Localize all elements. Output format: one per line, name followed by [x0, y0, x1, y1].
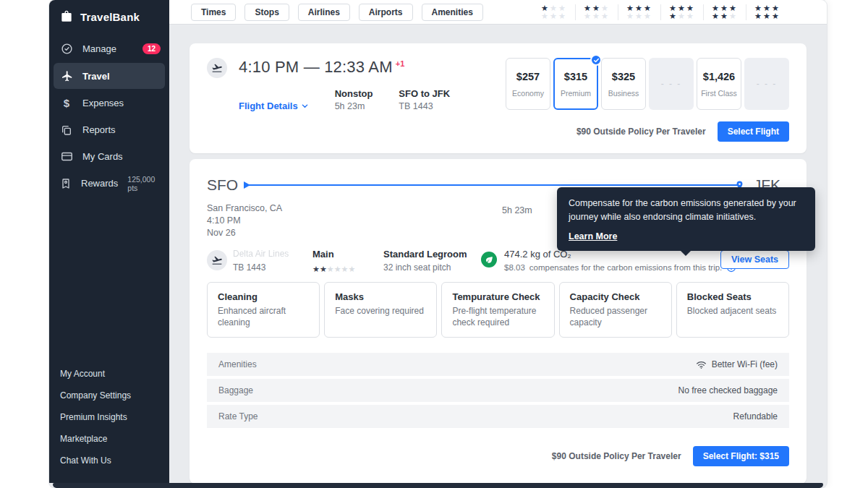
star-filter-6-stars[interactable]: ★★★★★★: [754, 4, 780, 20]
learn-more-link[interactable]: Learn More: [569, 231, 617, 241]
star-filter-2-stars[interactable]: ★★★★★★: [584, 4, 610, 20]
cabin-rating-stars: ★★★★★★: [312, 262, 355, 275]
star-icon: ★: [558, 4, 567, 12]
sidebar-item-chat-with-us[interactable]: Chat With Us: [60, 450, 158, 471]
sidebar-item-my-cards[interactable]: My Cards: [49, 143, 169, 170]
policy-note: $90 Outside Policy Per Traveler: [552, 451, 681, 461]
star-icon: ★: [341, 265, 349, 273]
star-icon: ★: [669, 4, 678, 12]
filter-chips: Times Stops Airlines Airports Amenities: [191, 4, 483, 21]
select-flight-price-button[interactable]: Select Flight: $315: [693, 446, 789, 466]
filter-amenities-button[interactable]: Amenities: [422, 4, 483, 21]
sidebar-item-label: My Cards: [82, 151, 123, 162]
filter-airports-button[interactable]: Airports: [359, 4, 413, 21]
star-filter-1-stars[interactable]: ★★★★★★: [541, 4, 567, 20]
sidebar-item-rewards[interactable]: Rewards 125,000 pts: [49, 170, 169, 197]
app-title: TravelBank: [80, 11, 140, 23]
flight-details-link[interactable]: Flight Details: [239, 100, 309, 111]
fare-unavailable: - - -: [649, 58, 694, 110]
star-icon: ★: [729, 4, 738, 12]
star-icon: ★: [644, 12, 652, 20]
star-icon: ★: [712, 12, 720, 20]
star-icon: ★: [584, 12, 592, 20]
policy-note: $90 Outside Policy Per Traveler: [576, 127, 706, 137]
sidebar-footer: My Account Company Settings Premium Insi…: [49, 363, 169, 483]
check-circle-icon: [60, 43, 73, 56]
segment-row: Delta Air Lines TB 1443 Main ★★★★★★ Stan…: [207, 249, 789, 279]
fare-first-class[interactable]: $1,426 First Class: [697, 58, 741, 110]
amenity-card-capacity-check: Capacity Check Reduced passenger capacit…: [559, 282, 672, 338]
fare-info-table: Amenities Better Wi-Fi (fee) Baggage No …: [207, 353, 789, 428]
star-icon: ★: [601, 12, 610, 20]
sidebar-item-marketplace[interactable]: Marketplace: [60, 428, 158, 450]
sidebar: TravelBank Manage 12 Travel $ Expenses: [49, 0, 169, 483]
timeline-start-arrow: [244, 181, 250, 189]
view-seats-button[interactable]: View Seats: [720, 250, 789, 269]
filter-toolbar: Times Stops Airlines Airports Amenities …: [169, 0, 827, 25]
divider: [703, 4, 704, 20]
sidebar-item-manage[interactable]: Manage 12: [49, 35, 169, 62]
star-icon: ★: [626, 12, 635, 20]
star-icon: ★: [669, 12, 678, 20]
star-icon: ★: [686, 12, 695, 20]
manage-count-badge: 12: [142, 43, 161, 54]
copy-icon: [60, 124, 73, 137]
fare-business[interactable]: $325 Business: [601, 58, 646, 110]
star-icon: ★: [592, 4, 601, 12]
sidebar-item-premium-insights[interactable]: Premium Insights: [60, 406, 158, 428]
sidebar-nav: Manage 12 Travel $ Expenses Reports: [49, 35, 169, 197]
co2-note-text: compensates for the carbon emissions fro…: [529, 263, 723, 272]
star-icon: ★: [712, 4, 720, 12]
star-rating-filters: ★★★★★★★★★★★★★★★★★★★★★★★★★★★★★★★★★★★★: [541, 4, 780, 20]
logo: TravelBank: [49, 0, 169, 33]
sidebar-item-company-settings[interactable]: Company Settings: [60, 385, 158, 406]
sidebar-item-expenses[interactable]: $ Expenses: [49, 90, 169, 116]
star-filter-5-stars[interactable]: ★★★★★★: [712, 4, 738, 20]
sidebar-item-reports[interactable]: Reports: [49, 116, 169, 143]
select-flight-button[interactable]: Select Flight: [718, 121, 789, 142]
main-area: Times Stops Airlines Airports Amenities …: [169, 0, 827, 483]
sidebar-item-my-account[interactable]: My Account: [60, 363, 158, 385]
star-icon: ★: [327, 265, 334, 273]
window-bottom-edge: [53, 483, 823, 488]
carbon-tooltip: Compensate for the carbon emissions gene…: [557, 187, 815, 251]
star-icon: ★: [334, 265, 341, 273]
tooltip-text: Compensate for the carbon emissions gene…: [569, 197, 804, 225]
co2-price: $8.03: [504, 263, 525, 272]
amenity-card-masks: Masks Face covering required: [324, 282, 437, 338]
amenity-card-cleaning: Cleaning Enhanced aircraft cleaning: [207, 282, 320, 338]
filter-stops-button[interactable]: Stops: [244, 4, 289, 21]
fare-options: $257 Economy $315 Premium $325: [506, 58, 789, 110]
fare-economy[interactable]: $257 Economy: [506, 58, 550, 110]
selected-check-icon: [590, 54, 602, 66]
divider: [618, 4, 618, 20]
star-icon: ★: [772, 12, 780, 20]
filter-airlines-button[interactable]: Airlines: [298, 4, 350, 21]
amenity-card-temperature-check: Tempurature Check Pre-flight temperature…: [441, 282, 554, 338]
sidebar-item-label: Reports: [82, 124, 116, 135]
airline-logo: [207, 58, 227, 78]
star-icon: ★: [720, 4, 729, 12]
star-icon: ★: [678, 4, 686, 12]
segment-flight-no: TB 1443: [233, 262, 289, 273]
amenity-card-blocked-seats: Blocked Seats Blocked adjacent seats: [676, 282, 789, 338]
chevron-down-icon: [301, 102, 309, 110]
filter-times-button[interactable]: Times: [191, 4, 236, 21]
star-icon: ★: [720, 12, 729, 20]
briefcase-icon: [59, 9, 74, 24]
sidebar-item-label: Manage: [82, 43, 116, 54]
fare-unavailable: - - -: [744, 58, 789, 110]
sidebar-item-travel[interactable]: Travel: [54, 63, 165, 89]
app-window: TravelBank Manage 12 Travel $ Expenses: [49, 0, 827, 488]
airline-name-faint: Delta Air Lines: [233, 249, 289, 259]
table-row-rate-type: Rate Type Refundable: [207, 405, 789, 428]
fare-premium-selected[interactable]: $315 Premium: [553, 58, 598, 110]
results-content: 4:10 PM — 12:33 AM+1 Flight Details Nons…: [169, 25, 827, 483]
route-info: SFO to JFK TB 1443: [399, 88, 450, 111]
star-filter-3-stars[interactable]: ★★★★★★: [626, 4, 652, 20]
star-icon: ★: [348, 265, 355, 273]
plus-one-day: +1: [396, 59, 405, 68]
leg-duration: 5h 23m: [502, 205, 532, 215]
star-icon: ★: [550, 12, 558, 20]
star-filter-4-stars[interactable]: ★★★★★★: [669, 4, 695, 20]
